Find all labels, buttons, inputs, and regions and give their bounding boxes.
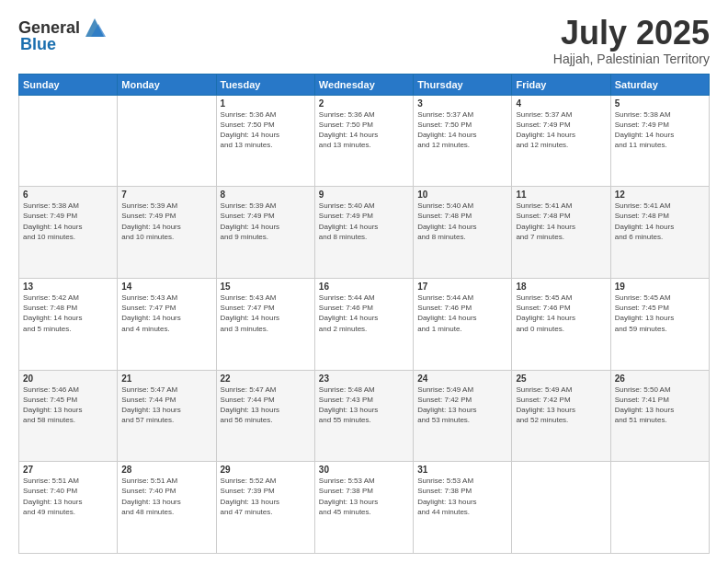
day-number: 20	[23, 373, 113, 384]
day-info: Sunrise: 5:49 AM Sunset: 7:42 PM Dayligh…	[516, 385, 606, 426]
calendar-cell: 25Sunrise: 5:49 AM Sunset: 7:42 PM Dayli…	[512, 370, 610, 462]
day-number: 12	[615, 190, 705, 200]
calendar-cell: 30Sunrise: 5:53 AM Sunset: 7:38 PM Dayli…	[314, 462, 413, 554]
day-info: Sunrise: 5:41 AM Sunset: 7:48 PM Dayligh…	[615, 201, 705, 242]
day-info: Sunrise: 5:44 AM Sunset: 7:46 PM Dayligh…	[417, 293, 507, 334]
calendar-cell: 29Sunrise: 5:52 AM Sunset: 7:39 PM Dayli…	[216, 462, 314, 554]
day-number: 8	[221, 190, 311, 200]
day-number: 1	[221, 98, 311, 109]
day-number: 31	[417, 465, 507, 475]
day-info: Sunrise: 5:51 AM Sunset: 7:40 PM Dayligh…	[121, 476, 211, 517]
calendar-cell: 6Sunrise: 5:38 AM Sunset: 7:49 PM Daylig…	[19, 187, 118, 279]
day-info: Sunrise: 5:47 AM Sunset: 7:44 PM Dayligh…	[121, 385, 211, 426]
day-number: 27	[23, 465, 113, 475]
calendar-cell: 18Sunrise: 5:45 AM Sunset: 7:46 PM Dayli…	[512, 278, 610, 370]
calendar-cell: 5Sunrise: 5:38 AM Sunset: 7:49 PM Daylig…	[610, 95, 709, 187]
day-number: 9	[319, 190, 409, 200]
calendar-cell: 4Sunrise: 5:37 AM Sunset: 7:49 PM Daylig…	[512, 95, 610, 187]
calendar-cell: 2Sunrise: 5:36 AM Sunset: 7:50 PM Daylig…	[314, 95, 413, 187]
day-info: Sunrise: 5:41 AM Sunset: 7:48 PM Dayligh…	[516, 201, 606, 242]
day-number: 15	[221, 282, 311, 292]
day-info: Sunrise: 5:36 AM Sunset: 7:50 PM Dayligh…	[221, 109, 311, 151]
day-info: Sunrise: 5:50 AM Sunset: 7:41 PM Dayligh…	[615, 385, 705, 426]
calendar-cell: 26Sunrise: 5:50 AM Sunset: 7:41 PM Dayli…	[610, 370, 709, 462]
calendar-cell: 31Sunrise: 5:53 AM Sunset: 7:38 PM Dayli…	[414, 462, 512, 554]
day-number: 21	[121, 373, 211, 384]
calendar-cell: 28Sunrise: 5:51 AM Sunset: 7:40 PM Dayli…	[118, 462, 216, 554]
page: General Blue July 2025 Hajjah, Palestini…	[0, 0, 728, 563]
calendar-week-0: 1Sunrise: 5:36 AM Sunset: 7:50 PM Daylig…	[19, 95, 710, 187]
calendar-cell: 13Sunrise: 5:42 AM Sunset: 7:48 PM Dayli…	[19, 278, 118, 370]
day-number: 14	[121, 282, 211, 292]
day-info: Sunrise: 5:48 AM Sunset: 7:43 PM Dayligh…	[319, 385, 409, 426]
calendar-cell: 20Sunrise: 5:46 AM Sunset: 7:45 PM Dayli…	[19, 370, 118, 462]
calendar-cell: 1Sunrise: 5:36 AM Sunset: 7:50 PM Daylig…	[216, 95, 314, 187]
day-info: Sunrise: 5:39 AM Sunset: 7:49 PM Dayligh…	[121, 201, 211, 242]
calendar-cell	[610, 462, 709, 554]
day-info: Sunrise: 5:38 AM Sunset: 7:49 PM Dayligh…	[23, 201, 113, 242]
day-number: 6	[23, 190, 113, 200]
day-number: 17	[417, 282, 507, 292]
calendar-cell: 11Sunrise: 5:41 AM Sunset: 7:48 PM Dayli…	[512, 187, 610, 279]
day-info: Sunrise: 5:43 AM Sunset: 7:47 PM Dayligh…	[221, 293, 311, 334]
day-number: 30	[319, 465, 409, 475]
calendar-cell: 15Sunrise: 5:43 AM Sunset: 7:47 PM Dayli…	[216, 278, 314, 370]
day-number: 5	[615, 98, 705, 109]
day-info: Sunrise: 5:45 AM Sunset: 7:45 PM Dayligh…	[615, 293, 705, 334]
header: General Blue July 2025 Hajjah, Palestini…	[18, 15, 710, 66]
day-info: Sunrise: 5:52 AM Sunset: 7:39 PM Dayligh…	[221, 476, 311, 517]
calendar-week-2: 13Sunrise: 5:42 AM Sunset: 7:48 PM Dayli…	[19, 278, 710, 370]
calendar-week-3: 20Sunrise: 5:46 AM Sunset: 7:45 PM Dayli…	[19, 370, 710, 462]
calendar-cell: 10Sunrise: 5:40 AM Sunset: 7:48 PM Dayli…	[414, 187, 512, 279]
day-number: 4	[516, 98, 606, 109]
calendar-week-1: 6Sunrise: 5:38 AM Sunset: 7:49 PM Daylig…	[19, 187, 710, 279]
day-number: 16	[319, 282, 409, 292]
day-info: Sunrise: 5:37 AM Sunset: 7:49 PM Dayligh…	[516, 109, 606, 151]
calendar-cell: 9Sunrise: 5:40 AM Sunset: 7:49 PM Daylig…	[314, 187, 413, 279]
day-number: 2	[319, 98, 409, 109]
day-info: Sunrise: 5:37 AM Sunset: 7:50 PM Dayligh…	[417, 109, 507, 151]
day-info: Sunrise: 5:53 AM Sunset: 7:38 PM Dayligh…	[319, 476, 409, 517]
calendar-cell: 17Sunrise: 5:44 AM Sunset: 7:46 PM Dayli…	[414, 278, 512, 370]
day-info: Sunrise: 5:40 AM Sunset: 7:48 PM Dayligh…	[417, 201, 507, 242]
location: Hajjah, Palestinian Territory	[553, 52, 710, 66]
day-info: Sunrise: 5:49 AM Sunset: 7:42 PM Dayligh…	[417, 385, 507, 426]
calendar-cell	[118, 95, 216, 187]
day-number: 22	[221, 373, 311, 384]
day-number: 7	[121, 190, 211, 200]
calendar-cell: 8Sunrise: 5:39 AM Sunset: 7:49 PM Daylig…	[216, 187, 314, 279]
day-number: 13	[23, 282, 113, 292]
col-friday: Friday	[512, 74, 610, 95]
day-info: Sunrise: 5:47 AM Sunset: 7:44 PM Dayligh…	[221, 385, 311, 426]
day-number: 18	[516, 282, 606, 292]
day-info: Sunrise: 5:38 AM Sunset: 7:49 PM Dayligh…	[615, 109, 705, 151]
day-info: Sunrise: 5:40 AM Sunset: 7:49 PM Dayligh…	[319, 201, 409, 242]
calendar-cell	[19, 95, 118, 187]
calendar-cell: 21Sunrise: 5:47 AM Sunset: 7:44 PM Dayli…	[118, 370, 216, 462]
calendar-table: Sunday Monday Tuesday Wednesday Thursday…	[18, 74, 710, 554]
col-wednesday: Wednesday	[314, 74, 413, 95]
day-info: Sunrise: 5:43 AM Sunset: 7:47 PM Dayligh…	[121, 293, 211, 334]
calendar-cell: 19Sunrise: 5:45 AM Sunset: 7:45 PM Dayli…	[610, 278, 709, 370]
day-number: 23	[319, 373, 409, 384]
day-number: 19	[615, 282, 705, 292]
col-thursday: Thursday	[414, 74, 512, 95]
calendar-cell: 24Sunrise: 5:49 AM Sunset: 7:42 PM Dayli…	[414, 370, 512, 462]
calendar-cell: 3Sunrise: 5:37 AM Sunset: 7:50 PM Daylig…	[414, 95, 512, 187]
day-number: 28	[121, 465, 211, 475]
day-number: 10	[417, 190, 507, 200]
calendar-header-row: Sunday Monday Tuesday Wednesday Thursday…	[19, 74, 710, 95]
calendar-cell	[512, 462, 610, 554]
title-block: July 2025 Hajjah, Palestinian Territory	[553, 15, 710, 66]
day-info: Sunrise: 5:53 AM Sunset: 7:38 PM Dayligh…	[417, 476, 507, 517]
calendar-cell: 23Sunrise: 5:48 AM Sunset: 7:43 PM Dayli…	[314, 370, 413, 462]
day-number: 11	[516, 190, 606, 200]
col-sunday: Sunday	[19, 74, 118, 95]
day-info: Sunrise: 5:39 AM Sunset: 7:49 PM Dayligh…	[221, 201, 311, 242]
calendar-cell: 14Sunrise: 5:43 AM Sunset: 7:47 PM Dayli…	[118, 278, 216, 370]
calendar-cell: 27Sunrise: 5:51 AM Sunset: 7:40 PM Dayli…	[19, 462, 118, 554]
logo: General Blue	[18, 15, 108, 54]
logo-icon	[82, 15, 108, 40]
day-info: Sunrise: 5:51 AM Sunset: 7:40 PM Dayligh…	[23, 476, 113, 517]
calendar-cell: 16Sunrise: 5:44 AM Sunset: 7:46 PM Dayli…	[314, 278, 413, 370]
